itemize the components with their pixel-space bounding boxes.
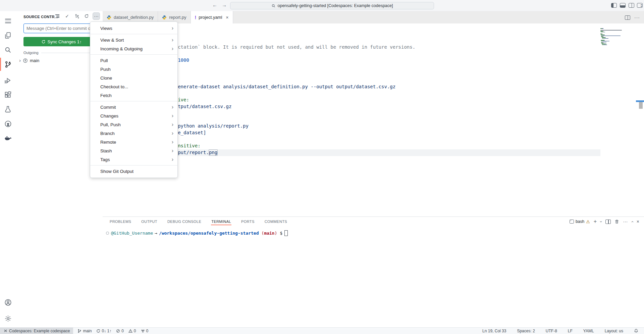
maximize-panel-icon[interactable]: ›	[630, 221, 634, 222]
menu-item-pull-push[interactable]: Pull, Push›	[90, 120, 177, 129]
scrollbar-thumb[interactable]	[639, 102, 643, 109]
toggle-secondary-sidebar-icon[interactable]	[629, 3, 634, 8]
command-decoration-icon	[106, 232, 109, 235]
status-item-codespaces-example-codespace[interactable]: Codespaces: Example codespace	[0, 328, 73, 334]
menu-item-stash[interactable]: Stash›	[90, 146, 177, 155]
source-control-graph-icon[interactable]	[73, 12, 80, 20]
outgoing-branch-row[interactable]: › main	[19, 56, 101, 64]
menu-item-show-git-output[interactable]: Show Git Output	[90, 167, 177, 176]
panel-tab-comments[interactable]: COMMENTS	[264, 218, 287, 226]
refresh-icon[interactable]	[83, 12, 90, 20]
customize-layout-icon[interactable]: ●●	[637, 3, 643, 8]
panel-tab-debug-console[interactable]: DEBUG CONSOLE	[167, 218, 202, 226]
more-actions-icon[interactable]: ···	[93, 12, 100, 20]
commit-check-icon[interactable]: ✓	[63, 12, 71, 20]
close-icon[interactable]: ×	[226, 15, 228, 20]
minimap-line	[602, 44, 606, 44]
menu-item-label: Clone	[100, 76, 173, 81]
bell-icon	[634, 329, 638, 333]
terminal-shell-badge[interactable]: bash ⚠	[570, 219, 590, 224]
menu-item-remote[interactable]: Remote›	[90, 138, 177, 146]
status-item-label: Ln 19, Col 33	[482, 329, 506, 333]
testing-icon[interactable]	[0, 102, 16, 116]
status-item-spaces-2[interactable]: Spaces: 2	[515, 328, 537, 334]
list-glyph	[55, 14, 59, 19]
submenu-chevron-icon: ›	[172, 113, 173, 118]
terminal-prompt-line[interactable]: @GitHub_Username → /workspaces/opensafel…	[105, 230, 288, 236]
minimap-line	[602, 36, 621, 36]
run-and-debug-icon[interactable]	[0, 73, 16, 88]
outgoing-section-header[interactable]: Outgoing	[23, 51, 99, 55]
editor-more-actions-icon[interactable]: ···	[634, 15, 640, 20]
menu-item-push[interactable]: Push	[90, 65, 177, 74]
status-item-main[interactable]: main	[75, 328, 94, 334]
menu-item-view-sort[interactable]: View & Sort›	[90, 36, 177, 44]
terminal-dropdown-icon[interactable]: ›	[599, 221, 603, 222]
python-icon	[107, 15, 111, 20]
menu-item-pull[interactable]: Pull	[90, 56, 177, 65]
hamburger-bars	[5, 17, 11, 25]
toggle-panel-icon[interactable]	[620, 3, 626, 8]
status-item-label: 0↓ 1↑	[102, 329, 111, 333]
status-item-utf-8[interactable]: UTF-8	[543, 328, 559, 334]
menu-item-views[interactable]: Views›	[90, 24, 177, 33]
menu-item-label: Commit	[100, 105, 172, 110]
sync-icon	[96, 329, 100, 333]
new-terminal-icon[interactable]: +	[594, 219, 597, 224]
status-item-yaml[interactable]: YAML	[581, 328, 596, 334]
status-item-ln-19-col-33[interactable]: Ln 19, Col 33	[480, 328, 508, 334]
settings-gear-icon[interactable]	[0, 311, 16, 326]
panel-more-actions-icon[interactable]: ···	[623, 219, 628, 224]
minimap[interactable]	[600, 28, 639, 48]
explorer-icon[interactable]	[0, 28, 16, 43]
split-editor-icon[interactable]	[625, 15, 630, 20]
menu-item-label: Tags	[100, 157, 172, 162]
menu-item-branch[interactable]: Branch›	[90, 129, 177, 138]
menu-item-label: Pull, Push	[100, 122, 172, 127]
nav-back-icon[interactable]: ←	[212, 2, 217, 8]
menu-item-tags[interactable]: Tags›	[90, 155, 177, 164]
status-item-lf[interactable]: LF	[566, 328, 575, 334]
panel-tab-terminal[interactable]: TERMINAL	[211, 218, 231, 226]
command-center-search[interactable]: opensafely-getting-started [Codespaces: …	[230, 2, 434, 9]
search-view-icon[interactable]	[0, 43, 16, 57]
sync-changes-button[interactable]: Sync Changes 1↑	[23, 37, 99, 46]
toggle-sidebar-icon[interactable]	[611, 3, 617, 8]
extensions-icon[interactable]	[0, 88, 16, 102]
status-item-layout-us[interactable]: Layout: us	[602, 328, 626, 334]
menu-item-incoming-outgoing[interactable]: Incoming & Outgoing›	[90, 44, 177, 53]
status-item-0[interactable]: 0	[139, 328, 151, 334]
source-control-view-icon[interactable]	[0, 57, 16, 71]
split-terminal-icon[interactable]	[605, 220, 611, 224]
close-panel-icon[interactable]: ×	[637, 219, 639, 224]
status-item-0-1[interactable]: 0↓ 1↑	[94, 328, 114, 334]
docker-icon[interactable]	[0, 131, 16, 145]
menu-item-clone[interactable]: Clone	[90, 74, 177, 82]
sidebar-title: SOURCE CONTR...	[23, 15, 58, 19]
title-bar: ← → opensafely-getting-started [Codespac…	[0, 0, 644, 11]
panel-tab-problems[interactable]: PROBLEMS	[109, 218, 131, 226]
minimap-line	[601, 35, 604, 35]
panel-tab-ports[interactable]: PORTS	[241, 218, 255, 226]
chevron-right-icon[interactable]: ›	[19, 57, 21, 63]
nav-forward-icon[interactable]: →	[222, 2, 227, 8]
panel-tab-output[interactable]: OUTPUT	[141, 218, 158, 226]
menu-item-label: Stash	[100, 148, 172, 153]
github-icon[interactable]	[0, 116, 16, 131]
menu-item-changes[interactable]: Changes›	[90, 111, 177, 120]
commit-message-input[interactable]	[23, 23, 99, 33]
status-item-bell-icon[interactable]	[632, 328, 641, 334]
menu-item-fetch[interactable]: Fetch	[90, 91, 177, 100]
tab-project-yaml[interactable]: !project.yaml×	[191, 11, 233, 23]
view-as-list-icon[interactable]	[54, 12, 61, 20]
status-item-label: YAML	[583, 329, 594, 333]
branch-icon	[77, 329, 82, 333]
status-item-0[interactable]: 0	[126, 328, 139, 334]
menu-item-checkout-to[interactable]: Checkout to...	[90, 82, 177, 91]
menu-item-commit[interactable]: Commit›	[90, 103, 177, 111]
status-item-0[interactable]: 0	[114, 328, 126, 334]
kill-terminal-trash-icon[interactable]	[614, 219, 619, 224]
menu-icon[interactable]	[0, 14, 16, 28]
files-glyph	[4, 32, 11, 39]
accounts-icon[interactable]	[0, 295, 16, 309]
